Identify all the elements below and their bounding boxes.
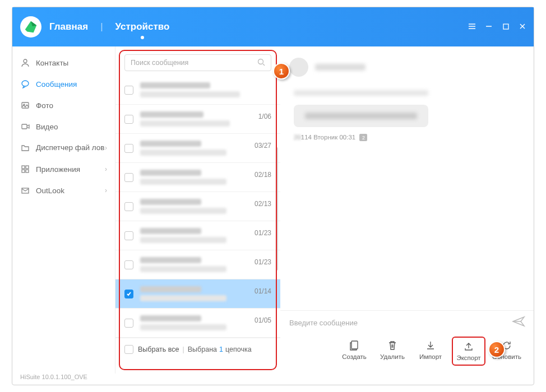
svg-rect-17 xyxy=(26,170,29,172)
export-button[interactable]: Экспорт xyxy=(452,337,485,366)
menu-icon[interactable] xyxy=(468,22,476,31)
sidebar-item-photos[interactable]: Фото xyxy=(12,95,115,116)
svg-marker-0 xyxy=(25,21,37,33)
sidebar-item-outlook[interactable]: OutLook › xyxy=(12,180,115,201)
message-date: 02/13 xyxy=(255,199,271,208)
message-bubble xyxy=(294,105,428,127)
svg-point-9 xyxy=(24,59,27,63)
messages-panel: Поиск сообщения 1/0603/2702/1802/1301/23… xyxy=(115,46,280,374)
maximize-icon[interactable] xyxy=(501,22,510,31)
message-row[interactable]: 01/05 xyxy=(115,309,280,338)
sidebar-item-contacts[interactable]: Контакты xyxy=(12,52,115,73)
message-date: 01/23 xyxy=(255,228,271,237)
message-row[interactable]: 03/27 xyxy=(115,134,280,163)
message-checkbox[interactable] xyxy=(124,86,133,95)
message-checkbox[interactable] xyxy=(124,290,133,298)
mail-icon xyxy=(20,185,30,195)
footer-version: HiSuite 10.0.1.100_OVE xyxy=(12,374,534,385)
videos-icon xyxy=(20,122,30,132)
compose-row: Введите сообщение xyxy=(280,310,534,333)
message-date: 03/27 xyxy=(255,141,271,150)
svg-point-19 xyxy=(258,59,263,64)
chevron-right-icon: › xyxy=(105,186,107,194)
message-date: 01/05 xyxy=(255,315,271,324)
conversation-subject xyxy=(294,90,428,96)
sidebar-item-files[interactable]: Диспетчер фай лов › xyxy=(12,137,115,158)
message-checkbox[interactable] xyxy=(124,115,133,124)
toolbar-label: Импорт xyxy=(419,353,442,360)
message-row[interactable]: 01/14 xyxy=(115,279,280,309)
message-checkbox[interactable] xyxy=(124,202,133,211)
svg-rect-6 xyxy=(503,24,508,29)
toolbar-label: Создать xyxy=(342,353,367,360)
contacts-icon xyxy=(20,58,30,68)
message-checkbox[interactable] xyxy=(124,231,133,240)
avatar xyxy=(289,58,308,77)
create-button[interactable]: Создать xyxy=(337,337,371,366)
message-row[interactable]: 02/13 xyxy=(115,192,280,221)
tab-main[interactable]: Главная xyxy=(49,21,88,32)
minimize-icon[interactable] xyxy=(484,22,493,31)
message-date: 01/23 xyxy=(255,257,271,266)
sidebar-item-messages[interactable]: Сообщения xyxy=(12,73,115,95)
select-all-label: Выбрать все xyxy=(138,346,179,353)
message-checkbox[interactable] xyxy=(124,144,133,153)
compose-input[interactable]: Введите сообщение xyxy=(289,319,512,327)
sidebar: Контакты Сообщения Фото Видео Диспетчер … xyxy=(12,46,115,374)
callout-1: 1 xyxy=(273,63,290,80)
apps-icon xyxy=(20,164,30,174)
sidebar-item-label: Фото xyxy=(36,101,53,110)
search-icon xyxy=(257,58,265,68)
svg-rect-15 xyxy=(26,166,29,169)
selected-count: 1 xyxy=(219,346,223,353)
svg-rect-13 xyxy=(22,124,27,129)
svg-point-10 xyxy=(22,81,29,86)
tab-device[interactable]: Устройство xyxy=(115,21,170,32)
sidebar-item-videos[interactable]: Видео xyxy=(12,116,115,137)
sidebar-item-label: Диспетчер фай лов xyxy=(36,143,104,152)
sidebar-item-apps[interactable]: Приложения › xyxy=(12,158,115,180)
svg-rect-16 xyxy=(22,170,25,172)
message-date: 02/18 xyxy=(255,170,271,179)
import-button[interactable]: Импорт xyxy=(414,337,447,366)
toolbar-label: Экспорт xyxy=(456,354,480,361)
message-checkbox[interactable] xyxy=(124,319,133,328)
sidebar-item-label: Сообщения xyxy=(36,80,77,88)
sidebar-item-label: Приложения xyxy=(36,165,80,174)
conversation-panel: 20114 Вторник 00:31 2 Введите сообщение … xyxy=(280,46,534,374)
toolbar-label: Удалить xyxy=(380,353,405,360)
message-meta: 20114 Вторник 00:31 2 xyxy=(294,134,520,141)
svg-rect-22 xyxy=(351,341,358,349)
titlebar: Главная | Устройство xyxy=(12,7,534,46)
chevron-right-icon: › xyxy=(105,165,107,173)
message-row[interactable]: 02/18 xyxy=(115,163,280,192)
svg-line-20 xyxy=(263,64,265,66)
send-icon[interactable] xyxy=(512,316,525,329)
scrollbar[interactable] xyxy=(276,147,278,270)
selected-state: Выбрана xyxy=(188,346,217,353)
message-row[interactable]: 01/23 xyxy=(115,221,280,250)
messages-icon xyxy=(20,79,30,89)
unread-badge: 2 xyxy=(359,134,367,141)
search-input[interactable]: Поиск сообщения xyxy=(124,54,271,71)
message-checkbox[interactable] xyxy=(124,173,133,182)
message-row[interactable]: 01/23 xyxy=(115,250,280,279)
select-all-row: Выбрать все | Выбрана 1 цепочка xyxy=(115,338,280,361)
photos-icon xyxy=(20,100,30,110)
message-checkbox[interactable] xyxy=(124,260,133,269)
message-row[interactable]: 1/06 xyxy=(115,105,280,134)
callout-2: 2 xyxy=(488,341,505,358)
sidebar-item-label: Видео xyxy=(36,123,58,131)
message-date: 01/14 xyxy=(255,286,271,295)
message-date: 1/06 xyxy=(258,111,271,120)
app-logo xyxy=(20,16,41,38)
close-icon[interactable] xyxy=(518,22,527,31)
delete-button[interactable]: Удалить xyxy=(376,337,409,366)
message-row[interactable] xyxy=(115,76,280,105)
search-placeholder: Поиск сообщения xyxy=(131,59,188,67)
chevron-right-icon: › xyxy=(105,144,107,152)
select-all-checkbox[interactable] xyxy=(124,345,133,354)
svg-rect-14 xyxy=(22,166,25,169)
sidebar-item-label: Контакты xyxy=(36,59,68,67)
folder-icon xyxy=(20,143,30,153)
